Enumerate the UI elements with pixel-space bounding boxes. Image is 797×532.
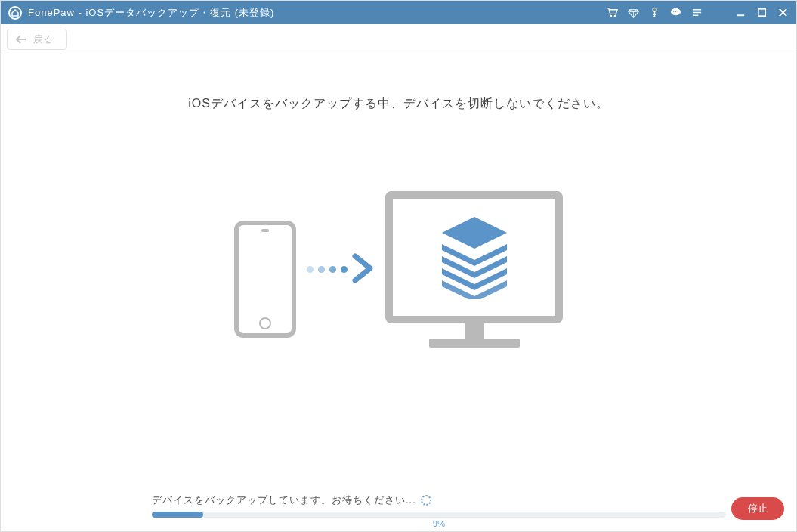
chat-icon[interactable]: [669, 7, 681, 19]
key-icon[interactable]: [648, 7, 660, 19]
arrow-left-icon: [15, 34, 27, 45]
window-title: FonePaw - iOSデータバックアップ・復元 (未登録): [28, 6, 606, 20]
spinner-icon: [421, 495, 431, 506]
app-logo-icon: [8, 6, 22, 20]
progress-bar: 9%: [152, 512, 726, 518]
progress-percent: 9%: [433, 519, 445, 528]
svg-point-2: [653, 8, 656, 11]
status-text: デバイスをバックアップしています。お待ちください...: [152, 493, 416, 507]
transfer-illustration: [1, 191, 796, 348]
cart-icon[interactable]: [606, 7, 618, 19]
svg-point-1: [614, 15, 616, 17]
instruction-text: iOSデバイスをバックアップする中、デバイスを切断しないでください。: [1, 96, 796, 112]
back-button-label: 戻る: [33, 32, 53, 46]
titlebar: FonePaw - iOSデータバックアップ・復元 (未登録): [1, 1, 796, 24]
diamond-icon[interactable]: [627, 7, 639, 19]
toolbar: 戻る: [1, 24, 796, 54]
menu-icon[interactable]: [690, 7, 703, 19]
svg-rect-7: [758, 9, 765, 16]
stop-button[interactable]: 停止: [731, 497, 784, 520]
back-button[interactable]: 戻る: [7, 29, 67, 50]
monitor-icon: [385, 191, 563, 348]
transfer-arrow-icon: [307, 253, 375, 286]
progress-area: デバイスをバックアップしています。お待ちください... 9%: [152, 493, 721, 518]
minimize-icon[interactable]: [734, 7, 746, 19]
close-icon[interactable]: [777, 7, 789, 19]
main-content: iOSデバイスをバックアップする中、デバイスを切断しないでください。: [1, 96, 796, 532]
stack-layers-icon: [433, 212, 516, 302]
svg-point-0: [610, 15, 611, 17]
stop-button-label: 停止: [748, 503, 768, 514]
svg-point-6: [677, 11, 678, 13]
svg-point-4: [672, 11, 674, 13]
maximize-icon[interactable]: [755, 7, 768, 19]
svg-point-5: [675, 11, 676, 13]
phone-icon: [234, 221, 296, 338]
